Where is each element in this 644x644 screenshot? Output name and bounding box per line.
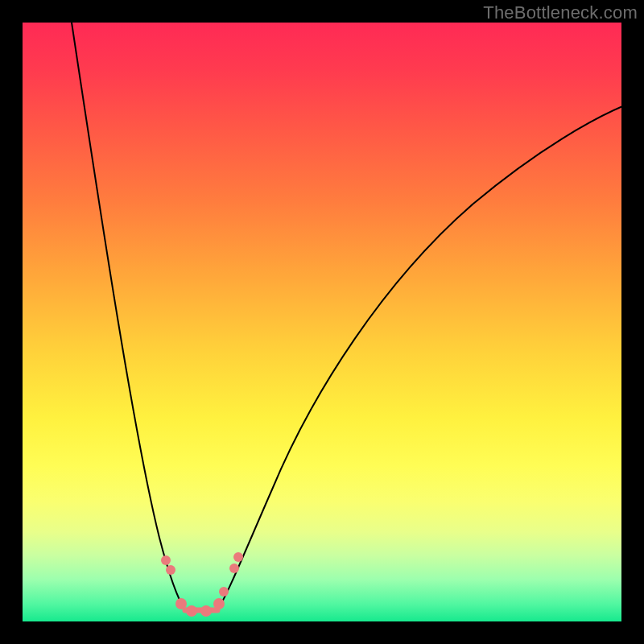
data-dot: [219, 587, 229, 597]
data-dot: [200, 605, 212, 617]
data-dot: [175, 598, 187, 609]
curve-right-branch: [217, 103, 621, 610]
data-dot: [229, 564, 239, 573]
watermark-text: TheBottleneck.com: [483, 2, 638, 23]
data-dot: [161, 555, 171, 565]
data-dot: [166, 565, 175, 575]
data-dot: [233, 552, 243, 562]
plot-area: [23, 23, 621, 621]
data-dot: [186, 605, 197, 617]
curve-left-branch: [69, 23, 185, 610]
data-dot: [213, 598, 225, 609]
chart-svg: [23, 23, 621, 621]
